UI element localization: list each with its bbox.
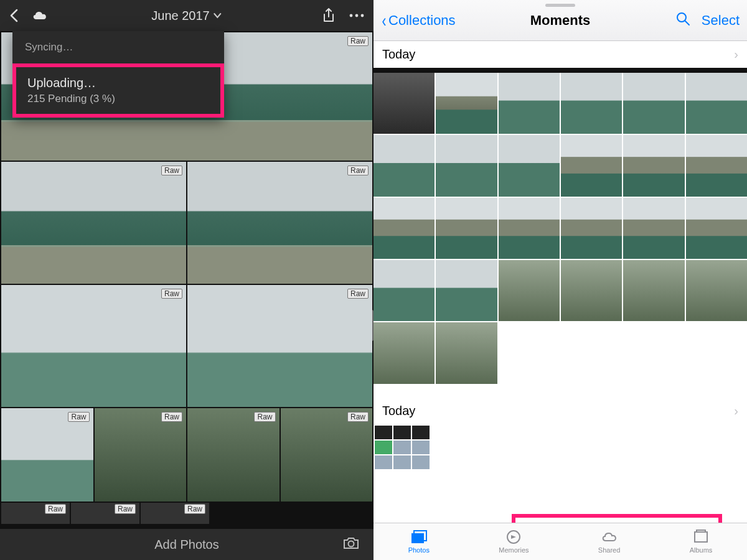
svg-point-0 (350, 14, 353, 17)
select-button[interactable]: Select (702, 12, 740, 29)
collection-title-dropdown[interactable]: June 2017 (151, 9, 222, 23)
tab-shared[interactable]: Shared (598, 530, 620, 554)
lightroom-pane: June 2017 Syncing… Uploading… 215 Pendin… (0, 0, 374, 560)
section-title: Today (382, 47, 415, 62)
photo-thumbnail[interactable] (374, 135, 435, 196)
photo-thumbnail[interactable] (561, 135, 622, 196)
photo-thumbnail[interactable] (436, 322, 497, 383)
raw-badge: Raw (161, 412, 182, 422)
photo-thumbnail[interactable] (499, 73, 560, 134)
photo-thumbnail[interactable] (686, 260, 747, 321)
lightroom-bottom-bar: Add Photos (0, 529, 374, 560)
photo-thumbnail[interactable] (436, 260, 497, 321)
photo-thumbnail[interactable] (499, 260, 560, 321)
camera-icon[interactable] (342, 536, 360, 553)
albums-icon (692, 530, 710, 544)
photo-thumbnail[interactable] (374, 322, 435, 383)
photo-thumbnail[interactable]: Raw (1, 408, 93, 502)
photo-strip (374, 68, 747, 73)
photo-thumbnail[interactable]: Raw (141, 503, 209, 524)
photo-thumbnail[interactable] (374, 260, 435, 321)
tab-photos[interactable]: Photos (408, 530, 430, 554)
sync-popover: Syncing… Uploading… 215 Pending (3 %) (12, 31, 224, 118)
photo-thumbnail[interactable] (623, 198, 684, 259)
svg-point-2 (361, 14, 364, 17)
back-label: Collections (388, 12, 456, 29)
photo-thumbnail[interactable] (499, 135, 560, 196)
photo-thumbnail[interactable] (561, 73, 622, 134)
photos-tabbar: Photos Memories Shared Albums (374, 523, 747, 560)
tab-label: Memories (499, 546, 529, 554)
section-header[interactable]: Today › (374, 41, 747, 68)
photo-thumbnail[interactable] (436, 73, 497, 134)
photo-thumbnail[interactable]: Raw (187, 162, 372, 284)
library-summary-highlight: 16,062 Photos, 574 Videos Uploading 220 … (512, 514, 722, 523)
shared-icon (601, 530, 618, 544)
section-2: Today › (374, 398, 747, 470)
uploading-label: Uploading… (27, 76, 209, 90)
chevron-left-icon: ‹ (382, 11, 387, 30)
uploading-highlight: Uploading… 215 Pending (3 %) (12, 63, 224, 118)
search-icon[interactable] (675, 11, 690, 30)
photo-thumbnail[interactable] (686, 135, 747, 196)
tab-label: Albums (690, 546, 713, 554)
small-thumbnails[interactable] (374, 424, 747, 470)
raw-badge: Raw (161, 289, 182, 299)
syncing-label: Syncing… (12, 31, 224, 63)
raw-badge: Raw (184, 504, 205, 514)
svg-rect-10 (697, 530, 705, 532)
photo-thumbnail[interactable] (499, 198, 560, 259)
photo-thumbnail[interactable] (436, 135, 497, 196)
photo-thumbnail[interactable] (561, 198, 622, 259)
photo-thumbnail[interactable]: Raw (71, 503, 139, 524)
svg-rect-9 (695, 532, 707, 542)
raw-badge: Raw (68, 412, 89, 422)
photos-grid (374, 73, 747, 384)
photo-thumbnail[interactable] (561, 260, 622, 321)
back-button[interactable]: ‹ Collections (381, 11, 456, 30)
photo-thumbnail[interactable] (623, 135, 684, 196)
lightroom-toolbar: June 2017 (0, 0, 374, 31)
photo-thumbnail[interactable] (374, 73, 435, 134)
raw-badge: Raw (115, 504, 136, 514)
photo-thumbnail[interactable]: Raw (187, 285, 372, 407)
back-icon[interactable] (9, 9, 20, 22)
photo-thumbnail[interactable]: Raw (1, 285, 186, 407)
photo-thumbnail[interactable]: Raw (281, 408, 373, 502)
chevron-right-icon: › (734, 47, 738, 62)
photo-thumbnail[interactable] (374, 198, 435, 259)
collection-title: June 2017 (151, 9, 209, 23)
raw-badge: Raw (347, 36, 369, 46)
photo-thumbnail[interactable] (623, 73, 684, 134)
memories-icon (505, 530, 522, 544)
sheet-grabber[interactable] (545, 4, 575, 7)
photo-thumbnail[interactable]: Raw (187, 408, 280, 502)
add-photos-button[interactable]: Add Photos (154, 538, 218, 552)
svg-line-5 (685, 21, 689, 25)
photo-thumbnail[interactable]: Raw (1, 503, 70, 524)
more-icon[interactable] (349, 13, 365, 18)
cloud-icon[interactable] (31, 9, 49, 22)
photos-scroll[interactable]: Today › (374, 41, 747, 523)
photo-thumbnail[interactable] (686, 73, 747, 134)
chevron-right-icon: › (734, 404, 738, 418)
photo-thumbnail[interactable] (623, 260, 684, 321)
raw-badge: Raw (254, 412, 275, 422)
raw-badge: Raw (347, 166, 369, 175)
photos-stack-icon (410, 530, 428, 544)
tab-albums[interactable]: Albums (690, 530, 713, 554)
photo-thumbnail[interactable] (436, 198, 497, 259)
section-header[interactable]: Today › (374, 398, 747, 424)
share-icon[interactable] (322, 8, 335, 23)
pending-label: 215 Pending (3 %) (27, 93, 209, 105)
raw-badge: Raw (45, 504, 66, 514)
chevron-down-icon (214, 12, 222, 19)
photo-thumbnail[interactable] (686, 198, 747, 259)
raw-badge: Raw (161, 166, 182, 175)
svg-point-1 (355, 14, 359, 17)
tab-label: Shared (598, 546, 620, 554)
tab-memories[interactable]: Memories (499, 530, 529, 554)
photo-thumbnail[interactable]: Raw (95, 408, 187, 502)
photo-thumbnail[interactable]: Raw (1, 162, 186, 284)
section-title: Today (382, 404, 415, 418)
